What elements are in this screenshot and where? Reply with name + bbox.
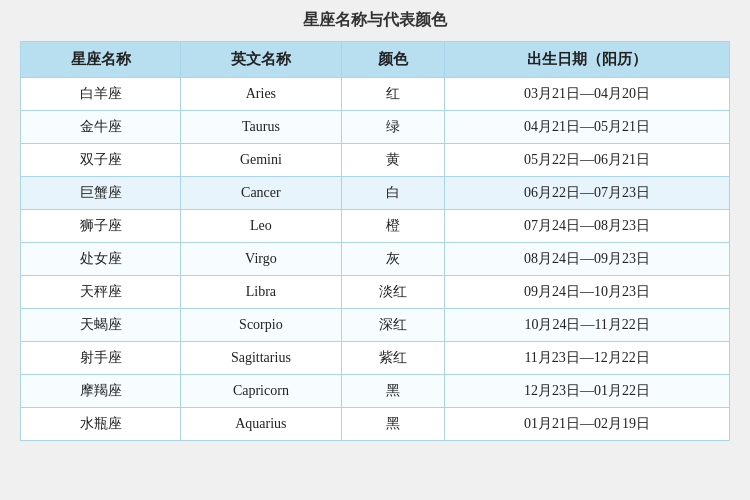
table-cell-1: Taurus bbox=[181, 111, 341, 144]
table-cell-2: 黑 bbox=[341, 375, 445, 408]
table-row: 双子座Gemini黄05月22日—06月21日 bbox=[21, 144, 730, 177]
table-cell-0: 天蝎座 bbox=[21, 309, 181, 342]
table-cell-0: 天秤座 bbox=[21, 276, 181, 309]
table-row: 处女座Virgo灰08月24日—09月23日 bbox=[21, 243, 730, 276]
table-cell-1: Libra bbox=[181, 276, 341, 309]
table-cell-0: 金牛座 bbox=[21, 111, 181, 144]
table-cell-1: Leo bbox=[181, 210, 341, 243]
table-header-cell: 星座名称 bbox=[21, 42, 181, 78]
table-cell-3: 07月24日—08月23日 bbox=[445, 210, 730, 243]
table-cell-1: Sagittarius bbox=[181, 342, 341, 375]
table-cell-0: 射手座 bbox=[21, 342, 181, 375]
table-row: 水瓶座Aquarius黑01月21日—02月19日 bbox=[21, 408, 730, 441]
table-row: 金牛座Taurus绿04月21日—05月21日 bbox=[21, 111, 730, 144]
table-cell-2: 深红 bbox=[341, 309, 445, 342]
table-row: 摩羯座Capricorn黑12月23日—01月22日 bbox=[21, 375, 730, 408]
table-row: 狮子座Leo橙07月24日—08月23日 bbox=[21, 210, 730, 243]
table-cell-3: 12月23日—01月22日 bbox=[445, 375, 730, 408]
table-cell-3: 04月21日—05月21日 bbox=[445, 111, 730, 144]
table-cell-2: 红 bbox=[341, 78, 445, 111]
table-row: 天蝎座Scorpio深红10月24日—11月22日 bbox=[21, 309, 730, 342]
table-cell-2: 灰 bbox=[341, 243, 445, 276]
table-cell-1: Aquarius bbox=[181, 408, 341, 441]
table-cell-1: Virgo bbox=[181, 243, 341, 276]
table-cell-3: 11月23日—12月22日 bbox=[445, 342, 730, 375]
table-cell-1: Scorpio bbox=[181, 309, 341, 342]
table-cell-0: 摩羯座 bbox=[21, 375, 181, 408]
table-cell-2: 黄 bbox=[341, 144, 445, 177]
table-cell-0: 双子座 bbox=[21, 144, 181, 177]
table-cell-3: 06月22日—07月23日 bbox=[445, 177, 730, 210]
table-cell-3: 09月24日—10月23日 bbox=[445, 276, 730, 309]
table-cell-2: 白 bbox=[341, 177, 445, 210]
table-cell-1: Cancer bbox=[181, 177, 341, 210]
table-cell-0: 白羊座 bbox=[21, 78, 181, 111]
table-cell-0: 水瓶座 bbox=[21, 408, 181, 441]
table-row: 天秤座Libra淡红09月24日—10月23日 bbox=[21, 276, 730, 309]
table-header-cell: 颜色 bbox=[341, 42, 445, 78]
table-cell-2: 黑 bbox=[341, 408, 445, 441]
table-cell-3: 05月22日—06月21日 bbox=[445, 144, 730, 177]
zodiac-table: 星座名称英文名称颜色出生日期（阳历） 白羊座Aries红03月21日—04月20… bbox=[20, 41, 730, 441]
table-cell-2: 绿 bbox=[341, 111, 445, 144]
page-title: 星座名称与代表颜色 bbox=[20, 10, 730, 31]
table-row: 射手座Sagittarius紫红11月23日—12月22日 bbox=[21, 342, 730, 375]
main-container: 星座名称与代表颜色 星座名称英文名称颜色出生日期（阳历） 白羊座Aries红03… bbox=[20, 10, 730, 441]
table-cell-1: Gemini bbox=[181, 144, 341, 177]
table-body: 白羊座Aries红03月21日—04月20日金牛座Taurus绿04月21日—0… bbox=[21, 78, 730, 441]
table-cell-0: 巨蟹座 bbox=[21, 177, 181, 210]
table-cell-3: 01月21日—02月19日 bbox=[445, 408, 730, 441]
table-header-row: 星座名称英文名称颜色出生日期（阳历） bbox=[21, 42, 730, 78]
table-cell-2: 淡红 bbox=[341, 276, 445, 309]
table-row: 白羊座Aries红03月21日—04月20日 bbox=[21, 78, 730, 111]
table-cell-3: 03月21日—04月20日 bbox=[445, 78, 730, 111]
table-cell-2: 橙 bbox=[341, 210, 445, 243]
table-cell-3: 08月24日—09月23日 bbox=[445, 243, 730, 276]
table-cell-3: 10月24日—11月22日 bbox=[445, 309, 730, 342]
table-cell-0: 处女座 bbox=[21, 243, 181, 276]
table-header-cell: 出生日期（阳历） bbox=[445, 42, 730, 78]
table-cell-2: 紫红 bbox=[341, 342, 445, 375]
table-header-cell: 英文名称 bbox=[181, 42, 341, 78]
table-cell-0: 狮子座 bbox=[21, 210, 181, 243]
table-cell-1: Capricorn bbox=[181, 375, 341, 408]
table-cell-1: Aries bbox=[181, 78, 341, 111]
table-row: 巨蟹座Cancer白06月22日—07月23日 bbox=[21, 177, 730, 210]
